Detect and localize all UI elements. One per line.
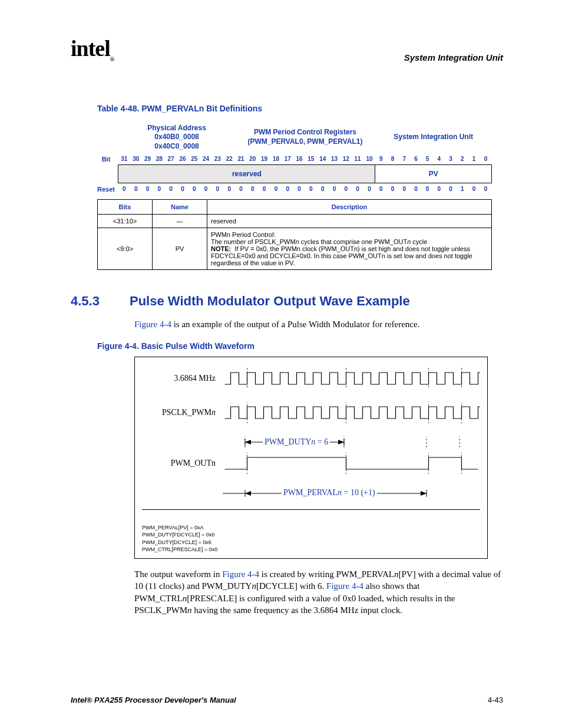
figure-title: Figure 4-4. Basic Pulse Width Waveform (97, 341, 503, 351)
figure-link[interactable]: Figure 4-4 (222, 569, 259, 579)
svg-marker-14 (338, 440, 344, 444)
wave-label-psclk: PSCLK_PWMn (142, 408, 223, 417)
section-header: System Integration Unit (404, 52, 503, 62)
reg-unit: System Integration Unit (394, 133, 473, 141)
table-row: <9:0> PV PWMn Period Control: The number… (98, 228, 492, 270)
figure-link[interactable]: Figure 4-4 (326, 581, 363, 591)
reg-name-2: (PWM_PERVAL0, PWM_PERVAL1) (247, 137, 362, 146)
col-desc: Description (207, 200, 492, 215)
table-row: <31:10> — reserved (98, 215, 492, 228)
page-footer: Intel® PXA255 Processor Developer's Manu… (71, 696, 503, 704)
table-title: Table 4-48. PWM_PERVALn Bit Definitions (97, 104, 503, 113)
svg-marker-13 (245, 440, 251, 444)
intel-logo: intel® (71, 35, 114, 62)
bit-header: Bit (97, 153, 118, 165)
intro-paragraph: Figure 4-4 is an example of the output o… (134, 318, 503, 330)
duty-annotation (223, 436, 476, 448)
bit-definitions-table: Bits Name Description <31:10> — reserved… (97, 199, 492, 270)
svg-marker-23 (421, 491, 427, 496)
phys-addr-1: 0x40B0_0008 (154, 133, 199, 141)
waveform-figure: 3.6864 MHz PSCLK_PWMn (134, 357, 488, 559)
wave-label-clk: 3.6864 MHz (142, 374, 223, 383)
pv-field: PV (375, 165, 492, 183)
reset-header: Reset (97, 183, 118, 195)
duty-label: PWM_DUTYn = 6 (263, 437, 330, 447)
svg-marker-22 (245, 491, 251, 496)
section-heading: 4.5.3Pulse Width Modulator Output Wave E… (71, 294, 503, 309)
waveform-psclk (223, 402, 480, 423)
register-bit-table: Physical Address 0x40B0_0008 0x40C0_0008… (97, 121, 492, 195)
perval-label: PWM_PERVALn = 10 (+1) (282, 488, 377, 498)
waveform-3p6mhz (223, 368, 480, 389)
bottom-paragraph: The output waveform in Figure 4-4 is cre… (134, 568, 503, 616)
waveform-footer: PWM_PERVAL[PV] = 0xA PWM_DUTY[FDCYCLE] =… (142, 524, 480, 554)
phys-addr-label: Physical Address (147, 124, 206, 132)
phys-addr-2: 0x40C0_0008 (154, 142, 199, 150)
wave-label-pwmout: PWM_OUTn (142, 459, 223, 468)
reg-name-1: PWM Period Control Registers (254, 128, 356, 136)
col-bits: Bits (98, 200, 153, 215)
reserved-field: reserved (118, 165, 375, 183)
waveform-pwmout (223, 453, 480, 474)
col-name: Name (153, 200, 207, 215)
figure-link[interactable]: Figure 4-4 (134, 319, 171, 329)
